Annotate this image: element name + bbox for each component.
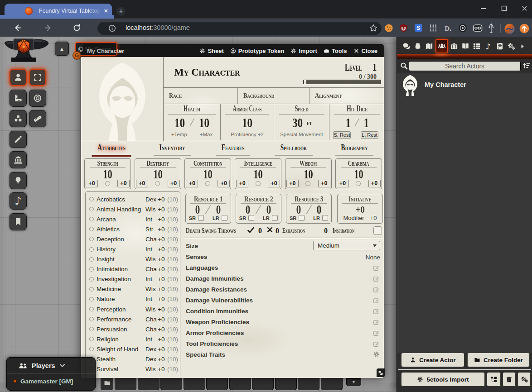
death-fail-icon[interactable] [267, 227, 273, 233]
skill-religion[interactable]: Religion Int +0 (10) [86, 334, 180, 344]
ability-check-mod[interactable]: +0 [268, 180, 280, 187]
skill-proficiency-toggle[interactable] [89, 297, 94, 301]
actor-list-item[interactable]: My Character [397, 74, 532, 96]
skill-proficiency-toggle[interactable] [89, 217, 94, 221]
ability-save-mod[interactable]: +0 [86, 180, 98, 187]
ability-name[interactable]: Dexterity [135, 159, 181, 168]
tool-bank-button[interactable] [10, 151, 27, 168]
tool-tape-button[interactable] [29, 110, 46, 127]
inspiration-checkbox[interactable] [373, 226, 382, 235]
header-sheet-button[interactable]: Sheet [199, 48, 223, 54]
skill-name[interactable]: Medicine [97, 286, 121, 292]
skill-history[interactable]: History Int +0 (10) [86, 244, 180, 254]
sheet-tab-biography[interactable]: Biography [335, 143, 373, 156]
skill-stealth[interactable]: Stealth Dex +0 (10) [86, 354, 180, 364]
create-actor-button[interactable]: Create Actor [401, 353, 464, 367]
level-value[interactable]: 1 [365, 61, 377, 73]
header-import-button[interactable]: Import [290, 48, 317, 54]
window-resize-handle[interactable] [377, 368, 385, 377]
trident-icon[interactable] [488, 23, 494, 33]
skill-proficiency-toggle[interactable] [89, 207, 94, 211]
ability-dexterity[interactable]: Dexterity 10 +0 +0 [135, 158, 181, 189]
tool-bookmark-button[interactable] [10, 213, 27, 230]
hp-max[interactable]: 10 [199, 115, 209, 130]
edit-icon[interactable] [373, 297, 379, 304]
ability-save-mod[interactable]: +0 [286, 180, 299, 187]
folder-tree-button[interactable] [487, 372, 501, 387]
ability-name[interactable]: Intelligence [235, 159, 281, 168]
skill-name[interactable]: Acrobatics [97, 196, 125, 203]
new-tab-button[interactable]: + [116, 7, 126, 16]
field-alignment[interactable]: Alignment [310, 88, 384, 104]
skill-proficiency-toggle[interactable] [89, 287, 94, 292]
ability-name[interactable]: Constitution [185, 159, 231, 168]
exhaustion-value[interactable]: 0 [324, 227, 328, 235]
ability-save-mod[interactable]: +0 [136, 180, 148, 187]
ability-intelligence[interactable]: Intelligence 10 +0 +0 [235, 158, 281, 189]
edit-icon[interactable] [373, 287, 379, 293]
window-maximize-button[interactable] [500, 5, 508, 12]
sidebar-tab-fist[interactable] [412, 39, 423, 53]
skill-investigation[interactable]: Investigation Int +0 (10) [86, 274, 180, 284]
tool-ruler-button[interactable] [10, 90, 27, 107]
ability-proficiency-toggle[interactable] [105, 181, 110, 186]
skill-name[interactable]: Deception [97, 236, 124, 243]
ability-proficiency-toggle[interactable] [205, 181, 210, 186]
skill-proficiency-toggle[interactable] [89, 317, 94, 321]
search-actors-input[interactable]: Search Actors [409, 61, 521, 71]
skill-proficiency-toggle[interactable] [89, 307, 94, 311]
skill-proficiency-toggle[interactable] [89, 237, 94, 241]
foundry-logo[interactable] [4, 38, 48, 62]
actor-name[interactable]: My Character [425, 81, 466, 88]
nav-collapse-button[interactable]: ▲ [55, 42, 69, 56]
skill-proficiency-toggle[interactable] [89, 347, 94, 351]
trash-button[interactable] [503, 372, 516, 387]
bars-icon[interactable] [429, 24, 438, 33]
tab-close-icon[interactable]: × [102, 7, 110, 14]
profile-avatar-icon[interactable] [504, 24, 515, 34]
actor-avatar[interactable] [401, 75, 420, 96]
edit-icon[interactable] [373, 308, 379, 315]
character-portrait[interactable] [81, 57, 164, 141]
ability-save-mod[interactable]: +0 [337, 180, 349, 187]
ability-proficiency-toggle[interactable] [356, 181, 361, 186]
field-background[interactable]: Background [238, 88, 310, 104]
ublock-icon[interactable] [399, 24, 408, 33]
edit-icon[interactable] [373, 319, 379, 325]
skill-name[interactable]: Performance [97, 316, 131, 323]
create-folder-button[interactable]: Create Folder [467, 353, 530, 367]
skill-proficiency-toggle[interactable] [89, 337, 94, 341]
sidebar-tab-caret-right[interactable] [517, 39, 528, 53]
skill-name[interactable]: Nature [97, 296, 115, 302]
skill-proficiency-toggle[interactable] [89, 197, 94, 201]
sidebar-tab-music[interactable]: ♪ [483, 39, 493, 53]
players-header[interactable]: Players [7, 358, 95, 374]
skill-perception[interactable]: Perception Wis +0 (10) [86, 304, 180, 314]
sidebar-tab-map[interactable] [424, 39, 435, 53]
settings-gears-button[interactable] [517, 372, 531, 387]
5etools-import-button[interactable]: 5etools Import [401, 372, 485, 387]
hotbar-page-down[interactable]: ▼ [347, 378, 361, 386]
skill-deception[interactable]: Deception Cha +0 (10) [86, 234, 180, 244]
lr-checkbox[interactable] [272, 215, 278, 221]
skill-arcana[interactable]: Arcana Int +0 (10) [86, 214, 180, 224]
size-select[interactable]: Medium [313, 241, 380, 250]
skill-name[interactable]: Investigation [97, 276, 131, 282]
skill-name[interactable]: Perception [97, 306, 126, 313]
skill-athletics[interactable]: Athletics Str +0 (10) [86, 224, 180, 234]
sheet-tab-features[interactable]: Features [216, 143, 250, 156]
goggles-icon[interactable] [473, 24, 483, 33]
ability-check-mod[interactable]: +0 [218, 180, 230, 187]
ability-check-mod[interactable]: +0 [368, 180, 381, 187]
skill-proficiency-toggle[interactable] [89, 277, 94, 282]
ability-charisma[interactable]: Charisma 10 +0 +0 [335, 158, 382, 189]
skill-name[interactable]: Athletics [97, 226, 120, 233]
tool-expand-button[interactable] [29, 69, 46, 86]
ability-check-mod[interactable]: +0 [318, 180, 330, 187]
header-tools-button[interactable]: Tools [324, 48, 347, 54]
character-name[interactable]: My Character [174, 66, 240, 78]
speed-value[interactable]: 30 [292, 115, 303, 130]
cookie-icon[interactable] [384, 24, 393, 33]
field-race[interactable]: Race [164, 88, 238, 104]
death-success-value[interactable]: 0 [258, 227, 262, 235]
